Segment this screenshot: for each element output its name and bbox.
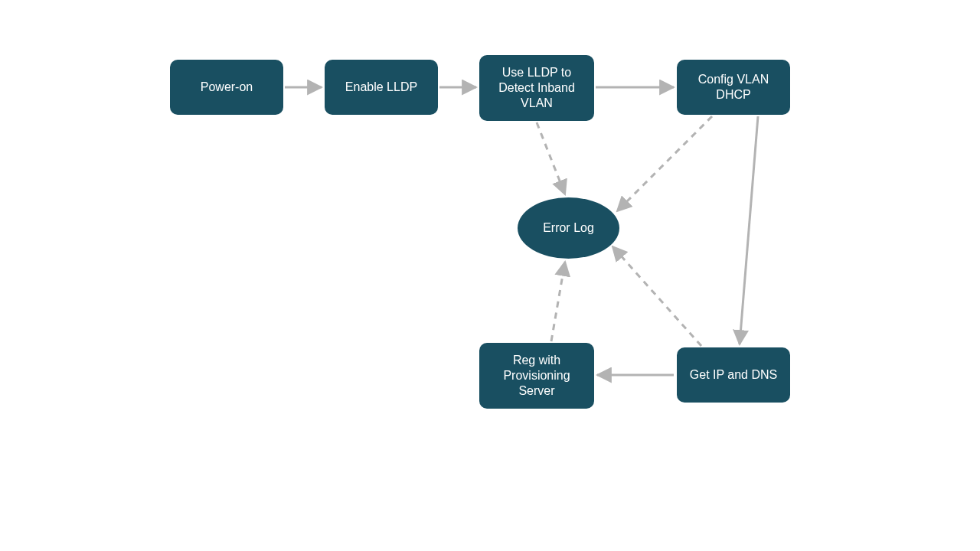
edge-config-dhcp-to-get-ip-dns bbox=[740, 116, 758, 344]
node-power-on: Power-on bbox=[170, 60, 283, 115]
node-label: Error Log bbox=[543, 220, 594, 236]
node-detect-inband-vlan: Use LLDP to Detect Inband VLAN bbox=[479, 55, 594, 121]
edge-config-dhcp-to-error-log bbox=[617, 116, 712, 211]
node-reg-provisioning-server: Reg with Provisioning Server bbox=[479, 343, 594, 409]
node-config-vlan-dhcp: Config VLAN DHCP bbox=[677, 60, 790, 115]
node-error-log: Error Log bbox=[518, 197, 619, 259]
edge-get-ip-dns-to-error-log bbox=[612, 246, 701, 346]
edge-detect-vlan-to-error-log bbox=[537, 122, 565, 194]
edge-reg-prov-to-error-log bbox=[551, 262, 565, 341]
node-get-ip-and-dns: Get IP and DNS bbox=[677, 347, 790, 403]
node-enable-lldp: Enable LLDP bbox=[325, 60, 438, 115]
node-label: Use LLDP to Detect Inband VLAN bbox=[487, 65, 586, 111]
node-label: Reg with Provisioning Server bbox=[487, 353, 586, 399]
node-label: Power-on bbox=[201, 80, 253, 95]
node-label: Get IP and DNS bbox=[690, 367, 777, 383]
node-label: Config VLAN DHCP bbox=[684, 72, 782, 103]
node-label: Enable LLDP bbox=[345, 80, 417, 95]
